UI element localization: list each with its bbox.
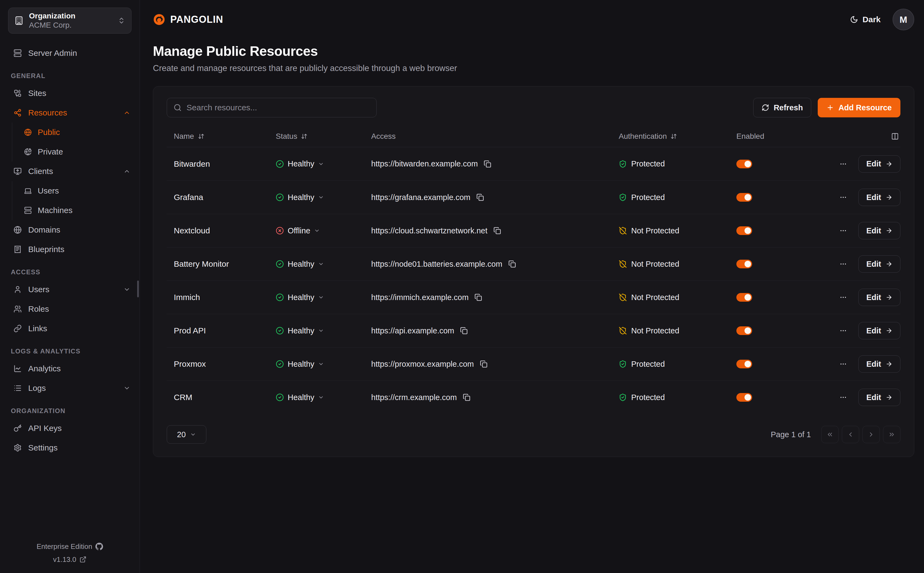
sidebar-item-machines[interactable]: Machines: [12, 200, 139, 220]
copy-url-button[interactable]: [480, 360, 487, 368]
sidebar-item-users[interactable]: Users: [0, 280, 139, 299]
edit-button[interactable]: Edit: [858, 322, 901, 339]
enabled-toggle[interactable]: [736, 226, 752, 235]
next-page-button[interactable]: [863, 426, 880, 443]
sidebar-item-private[interactable]: Private: [12, 142, 139, 161]
theme-toggle[interactable]: Dark: [850, 15, 881, 24]
copy-url-button[interactable]: [508, 260, 516, 268]
row-menu-button[interactable]: [839, 260, 847, 268]
resource-url[interactable]: https://api.example.com: [371, 326, 454, 335]
last-page-button[interactable]: [883, 426, 901, 443]
moon-icon: [850, 16, 858, 23]
copy-icon: [480, 360, 487, 368]
edit-button[interactable]: Edit: [858, 222, 901, 240]
status-select[interactable]: Healthy: [276, 260, 324, 269]
resource-url[interactable]: https://proxmox.example.com: [371, 360, 474, 369]
row-menu-button[interactable]: [839, 227, 847, 235]
edit-button[interactable]: Edit: [858, 289, 901, 306]
status-select[interactable]: Healthy: [276, 160, 324, 168]
resource-url[interactable]: https://node01.batteries.example.com: [371, 260, 503, 269]
sidebar-item-links[interactable]: Links: [0, 319, 139, 338]
sidebar-item-blueprints[interactable]: Blueprints: [0, 240, 139, 259]
copy-url-button[interactable]: [476, 194, 484, 201]
row-menu-button[interactable]: [839, 294, 847, 301]
add-resource-button[interactable]: Add Resource: [818, 98, 901, 117]
arrow-right-icon: [885, 394, 893, 401]
row-menu-button[interactable]: [839, 327, 847, 335]
edit-button[interactable]: Edit: [858, 155, 901, 173]
external-link-icon[interactable]: [80, 556, 86, 563]
copy-url-button[interactable]: [475, 294, 482, 301]
enabled-toggle[interactable]: [736, 393, 752, 402]
column-header-name[interactable]: Name: [167, 132, 269, 141]
sidebar-item-domains[interactable]: Domains: [0, 220, 139, 240]
receipt-icon: [14, 245, 22, 254]
resource-url[interactable]: https://immich.example.com: [371, 293, 468, 302]
resource-url[interactable]: https://cloud.schwartznetwork.net: [371, 226, 487, 235]
first-page-button[interactable]: [821, 426, 839, 443]
enabled-toggle[interactable]: [736, 193, 752, 202]
page-size-select[interactable]: 20: [167, 425, 206, 444]
page-subtitle: Create and manage resources that are pub…: [153, 63, 914, 73]
sidebar-item-label: Public: [38, 128, 60, 137]
ellipsis-icon: [839, 294, 847, 301]
sidebar-item-clients[interactable]: Clients: [0, 161, 139, 181]
search-input[interactable]: [186, 103, 370, 112]
status-label: Healthy: [288, 293, 314, 302]
sidebar-item-api-keys[interactable]: API Keys: [0, 418, 139, 438]
refresh-button[interactable]: Refresh: [753, 98, 811, 117]
sidebar-item-analytics[interactable]: Analytics: [0, 359, 139, 378]
status-select[interactable]: Healthy: [276, 393, 324, 402]
chevron-up-icon: [123, 168, 130, 175]
sidebar-item-sites[interactable]: Sites: [0, 83, 139, 103]
row-menu-button[interactable]: [839, 160, 847, 168]
edit-button[interactable]: Edit: [858, 355, 901, 373]
edit-button[interactable]: Edit: [858, 255, 901, 273]
column-visibility-button[interactable]: [818, 133, 901, 140]
copy-url-button[interactable]: [460, 327, 468, 335]
sidebar-item-settings[interactable]: Settings: [0, 438, 139, 457]
status-select[interactable]: Healthy: [276, 293, 324, 302]
row-menu-button[interactable]: [839, 360, 847, 368]
sidebar-scrollbar[interactable]: [137, 280, 139, 297]
org-switcher[interactable]: Organization ACME Corp.: [8, 8, 132, 34]
row-menu-button[interactable]: [839, 394, 847, 401]
list-icon: [14, 384, 22, 392]
resource-url[interactable]: https://bitwarden.example.com: [371, 160, 478, 168]
column-header-label: Authentication: [619, 132, 667, 141]
resource-url[interactable]: https://grafana.example.com: [371, 193, 470, 202]
edit-button[interactable]: Edit: [858, 389, 901, 406]
sidebar-item-server-admin[interactable]: Server Admin: [0, 43, 139, 63]
plus-icon: [826, 104, 834, 111]
avatar[interactable]: M: [893, 9, 914, 30]
search-icon: [174, 103, 182, 112]
edit-button[interactable]: Edit: [858, 189, 901, 206]
copy-url-button[interactable]: [493, 227, 501, 235]
column-header-authentication[interactable]: Authentication: [612, 132, 729, 141]
copy-url-button[interactable]: [463, 394, 470, 401]
status-label: Offline: [288, 226, 310, 235]
enabled-toggle[interactable]: [736, 360, 752, 368]
status-select[interactable]: Offline: [276, 226, 320, 235]
status-select[interactable]: Healthy: [276, 360, 324, 369]
prev-page-button[interactable]: [842, 426, 859, 443]
enabled-toggle[interactable]: [736, 260, 752, 268]
copy-url-button[interactable]: [484, 160, 491, 168]
enabled-toggle[interactable]: [736, 326, 752, 335]
sidebar-item-roles[interactable]: Roles: [0, 299, 139, 319]
enabled-toggle[interactable]: [736, 160, 752, 168]
sidebar-item-logs[interactable]: Logs: [0, 378, 139, 398]
resource-url[interactable]: https://crm.example.com: [371, 393, 457, 402]
column-header-status[interactable]: Status: [269, 132, 364, 141]
sidebar-item-public[interactable]: Public: [12, 122, 139, 142]
table-body: Bitwarden Healthy https://bitwarden.exam…: [167, 147, 901, 414]
status-select[interactable]: Healthy: [276, 326, 324, 335]
enabled-toggle[interactable]: [736, 293, 752, 302]
sidebar-item-client-users[interactable]: Users: [12, 181, 139, 200]
github-icon[interactable]: [96, 543, 103, 550]
row-menu-button[interactable]: [839, 194, 847, 201]
brand-logo[interactable]: PANGOLIN: [153, 13, 223, 26]
ellipsis-icon: [839, 227, 847, 235]
sidebar-item-resources[interactable]: Resources: [0, 103, 139, 122]
status-select[interactable]: Healthy: [276, 193, 324, 202]
